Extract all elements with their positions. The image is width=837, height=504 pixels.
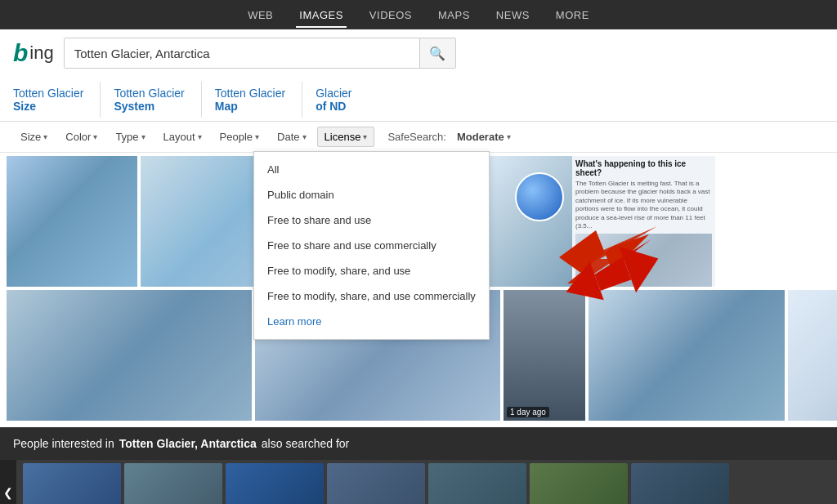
filter-people[interactable]: People ▾	[213, 127, 266, 147]
bing-ing: ing	[29, 42, 53, 64]
suggestion-3[interactable]: Glacier of ND	[316, 82, 368, 118]
top-navigation: WEB IMAGES VIDEOS MAPS NEWS MORE	[0, 0, 837, 29]
suggestion-bottom-1: System	[114, 100, 184, 113]
thumb-4[interactable]	[327, 463, 425, 504]
license-option-public-domain[interactable]: Public domain	[254, 182, 489, 207]
suggestion-top-3: Glacier	[316, 87, 351, 100]
thumb-3[interactable]	[226, 463, 324, 504]
image-5[interactable]	[7, 290, 252, 421]
filter-license[interactable]: License ▾	[317, 127, 375, 147]
search-input[interactable]	[65, 38, 419, 68]
chevron-down-icon: ▾	[302, 132, 307, 141]
filter-date[interactable]: Date ▾	[270, 127, 313, 147]
bottom-prefix: People interested in	[13, 437, 114, 450]
thumb-5[interactable]	[428, 463, 526, 504]
nav-news[interactable]: NEWS	[493, 2, 533, 28]
filter-bar: Size ▾ Color ▾ Type ▾ Layout ▾ People ▾ …	[0, 122, 837, 153]
license-dropdown: All Public domain Free to share and use …	[253, 151, 490, 340]
chevron-down-icon: ▾	[198, 132, 202, 141]
news-panel-container: What's happening to this ice sheet? The …	[575, 156, 718, 287]
chevron-down-icon: ▾	[141, 132, 145, 141]
suggestion-bottom-2: Map	[215, 100, 285, 113]
filter-layout[interactable]: Layout ▾	[156, 127, 209, 147]
nav-images[interactable]: IMAGES	[296, 2, 347, 28]
license-option-all[interactable]: All	[254, 157, 489, 182]
news-panel-title: What's happening to this ice sheet?	[575, 159, 712, 177]
suggestion-top-2: Totten Glacier	[215, 87, 285, 100]
nav-maps[interactable]: MAPS	[435, 2, 473, 28]
search-box: 🔍	[64, 38, 456, 69]
news-panel: What's happening to this ice sheet? The …	[572, 156, 715, 287]
header: b ing 🔍	[0, 29, 837, 77]
bottom-suffix: also searched for	[262, 437, 349, 450]
suggestion-bottom-3: of ND	[316, 100, 351, 113]
nav-videos[interactable]: VIDEOS	[366, 2, 415, 28]
chevron-down-icon: ▾	[43, 132, 47, 141]
chevron-left-icon: ❮	[3, 486, 13, 499]
license-option-free-modify[interactable]: Free to modify, share, and use	[254, 258, 489, 283]
suggestion-0[interactable]: Totten Glacier Size	[13, 82, 101, 118]
thumb-2[interactable]	[124, 463, 222, 504]
image-7-container: 1 day ago	[504, 290, 585, 421]
prev-button[interactable]: ❮	[0, 460, 16, 504]
chevron-down-icon: ▾	[363, 132, 367, 141]
thumb-7[interactable]	[631, 463, 729, 504]
news-panel-body: The Totten Glacier is melting fast. That…	[575, 180, 712, 230]
license-learn-more[interactable]: Learn more	[254, 309, 489, 334]
timestamp-badge: 1 day ago	[507, 407, 549, 417]
bottom-bar: People interested in Totten Glacier, Ant…	[0, 427, 837, 460]
search-button[interactable]: 🔍	[419, 38, 455, 68]
filter-size[interactable]: Size ▾	[13, 127, 55, 147]
thumb-6[interactable]	[530, 463, 628, 504]
filter-color[interactable]: Color ▾	[58, 127, 105, 147]
filter-safesearch[interactable]: Moderate ▾	[450, 127, 518, 147]
suggestion-2[interactable]: Totten Glacier Map	[215, 82, 302, 118]
suggestion-1[interactable]: Totten Glacier System	[114, 82, 201, 118]
bing-b: b	[13, 39, 28, 67]
bing-logo[interactable]: b ing	[13, 39, 54, 67]
filter-type[interactable]: Type ▾	[108, 127, 152, 147]
suggestions-bar: Totten Glacier Size Totten Glacier Syste…	[0, 77, 837, 122]
license-option-free-share-commercial[interactable]: Free to share and use commercially	[254, 233, 489, 258]
license-option-free-modify-commercial[interactable]: Free to modify, share, and use commercia…	[254, 283, 489, 309]
suggestion-top-1: Totten Glacier	[114, 87, 184, 100]
image-1[interactable]	[7, 156, 137, 287]
suggestion-bottom-0: Size	[13, 100, 83, 113]
safesearch-label: SafeSearch:	[387, 131, 446, 143]
bottom-query: Totten Glacier, Antarctica	[119, 437, 257, 450]
globe-icon	[515, 172, 564, 221]
image-8[interactable]	[589, 290, 785, 421]
license-option-free-share[interactable]: Free to share and use	[254, 207, 489, 233]
image-9[interactable]	[788, 290, 837, 421]
chevron-down-icon: ▾	[507, 132, 511, 141]
news-panel-map	[575, 234, 712, 287]
suggestion-top-0: Totten Glacier	[13, 87, 83, 100]
image-7[interactable]	[504, 290, 585, 421]
thumb-1[interactable]	[23, 463, 121, 504]
nav-web[interactable]: WEB	[244, 2, 276, 28]
nav-more[interactable]: MORE	[553, 2, 593, 28]
chevron-down-icon: ▾	[255, 132, 259, 141]
chevron-down-icon: ▾	[93, 132, 97, 141]
bottom-thumbnails: ❮	[0, 460, 837, 504]
